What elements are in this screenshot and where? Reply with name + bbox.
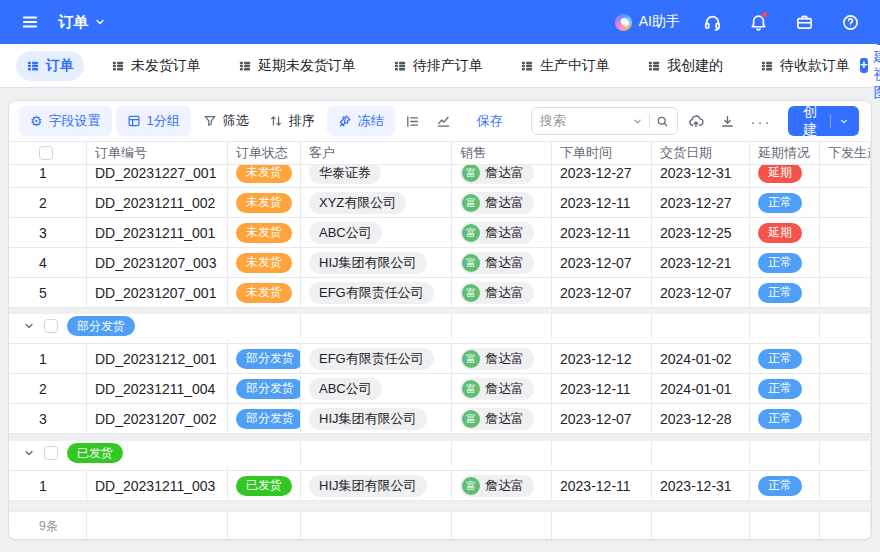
group-header-cell[interactable]: 已发货 (9, 441, 228, 466)
row-number-cell[interactable]: 2 (9, 374, 87, 403)
order-date-cell[interactable]: 2023-12-27 (552, 165, 652, 187)
view-tab-created-by-me[interactable]: 我创建的 (637, 51, 733, 81)
column-header-order-no[interactable]: 订单编号 (87, 142, 228, 164)
download-button[interactable] (714, 108, 741, 135)
chart-button[interactable] (430, 108, 457, 135)
sales-cell[interactable]: 富詹达富 (452, 471, 552, 500)
order-status-cell[interactable]: 已发货 (228, 471, 301, 500)
dispatch-production-cell[interactable] (820, 404, 871, 433)
view-tab-to-schedule[interactable]: 待排产订单 (383, 51, 493, 81)
notifications-bell-icon[interactable] (744, 8, 772, 36)
dispatch-production-cell[interactable] (820, 248, 871, 277)
delay-status-cell[interactable]: 正常 (750, 374, 820, 403)
delay-status-cell[interactable]: 延期 (750, 165, 820, 187)
row-number-cell[interactable]: 2 (9, 188, 87, 217)
dispatch-production-cell[interactable] (820, 278, 871, 307)
hamburger-menu-icon[interactable] (16, 8, 44, 36)
order-status-cell[interactable]: 未发货 (228, 188, 301, 217)
delay-status-cell[interactable]: 正常 (750, 471, 820, 500)
order-status-cell[interactable]: 未发货 (228, 248, 301, 277)
filter-button[interactable]: 筛选 (195, 106, 257, 136)
dispatch-production-cell[interactable] (820, 374, 871, 403)
view-tab-in-production[interactable]: 生产中订单 (510, 51, 620, 81)
order-no-cell[interactable]: DD_20231207_003 (87, 248, 228, 277)
column-header-dispatch-production[interactable]: 下发生产 (820, 142, 871, 164)
sales-cell[interactable]: 富詹达富 (452, 188, 552, 217)
column-header-sales[interactable]: 销售 (452, 142, 552, 164)
order-status-cell[interactable]: 未发货 (228, 218, 301, 247)
sort-button[interactable]: 排序 (261, 106, 323, 136)
dispatch-production-cell[interactable] (820, 471, 871, 500)
customer-cell[interactable]: HIJ集团有限公司 (301, 248, 452, 277)
order-no-cell[interactable]: DD_20231211_002 (87, 188, 228, 217)
sales-cell[interactable]: 富詹达富 (452, 248, 552, 277)
group-checkbox[interactable] (44, 319, 58, 333)
row-height-button[interactable] (399, 108, 426, 135)
order-date-cell[interactable]: 2023-12-11 (552, 471, 652, 500)
sales-cell[interactable]: 富詹达富 (452, 344, 552, 373)
customer-cell[interactable]: ABC公司 (301, 218, 452, 247)
delay-status-cell[interactable]: 正常 (750, 188, 820, 217)
chevron-down-icon[interactable] (23, 320, 35, 332)
search-input[interactable]: 搜索 (531, 107, 678, 135)
dispatch-production-cell[interactable] (820, 344, 871, 373)
order-date-cell[interactable]: 2023-12-11 (552, 374, 652, 403)
field-settings-button[interactable]: ⚙ 字段设置 (19, 106, 112, 136)
order-status-cell[interactable]: 未发货 (228, 278, 301, 307)
order-no-cell[interactable]: DD_20231211_004 (87, 374, 228, 403)
dispatch-production-cell[interactable] (820, 165, 871, 187)
group-checkbox[interactable] (44, 446, 58, 460)
order-date-cell[interactable]: 2023-12-07 (552, 404, 652, 433)
group-button[interactable]: 1分组 (116, 106, 191, 136)
support-headset-icon[interactable] (698, 8, 726, 36)
sales-cell[interactable]: 富詹达富 (452, 165, 552, 187)
order-date-cell[interactable]: 2023-12-11 (552, 218, 652, 247)
row-number-cell[interactable]: 3 (9, 404, 87, 433)
dispatch-production-cell[interactable] (820, 218, 871, 247)
order-status-cell[interactable]: 部分发货 (228, 374, 301, 403)
delivery-date-cell[interactable]: 2023-12-31 (652, 471, 750, 500)
row-number-cell[interactable]: 1 (9, 471, 87, 500)
sales-cell[interactable]: 富詹达富 (452, 374, 552, 403)
order-status-cell[interactable]: 未发货 (228, 165, 301, 187)
customer-cell[interactable]: EFG有限责任公司 (301, 278, 452, 307)
delivery-date-cell[interactable]: 2023-12-21 (652, 248, 750, 277)
order-no-cell[interactable]: DD_20231211_003 (87, 471, 228, 500)
delivery-date-cell[interactable]: 2024-01-01 (652, 374, 750, 403)
row-number-cell[interactable]: 5 (9, 278, 87, 307)
row-number-cell[interactable]: 1 (9, 344, 87, 373)
view-tab-unshipped[interactable]: 未发货订单 (101, 51, 211, 81)
create-view-button[interactable]: + 创建视图 (860, 30, 880, 102)
create-record-button[interactable]: 创建 (788, 106, 859, 136)
order-no-cell[interactable]: DD_20231211_001 (87, 218, 228, 247)
save-button[interactable]: 保存 (469, 106, 511, 136)
chevron-down-icon[interactable] (23, 447, 35, 459)
sales-cell[interactable]: 富詹达富 (452, 404, 552, 433)
sales-cell[interactable]: 富詹达富 (452, 278, 552, 307)
delivery-date-cell[interactable]: 2023-12-31 (652, 165, 750, 187)
customer-cell[interactable]: ABC公司 (301, 374, 452, 403)
order-date-cell[interactable]: 2023-12-12 (552, 344, 652, 373)
row-number-cell[interactable]: 1 (9, 165, 87, 187)
delay-status-cell[interactable]: 正常 (750, 344, 820, 373)
delivery-date-cell[interactable]: 2023-12-28 (652, 404, 750, 433)
sales-cell[interactable]: 富詹达富 (452, 218, 552, 247)
dispatch-production-cell[interactable] (820, 188, 871, 217)
row-number-cell[interactable]: 3 (9, 218, 87, 247)
column-header-delay-status[interactable]: 延期情况 (750, 142, 820, 164)
customer-cell[interactable]: HIJ集团有限公司 (301, 471, 452, 500)
order-date-cell[interactable]: 2023-12-07 (552, 278, 652, 307)
delay-status-cell[interactable]: 正常 (750, 404, 820, 433)
ai-assistant-button[interactable]: AI助手 (615, 13, 680, 31)
delivery-date-cell[interactable]: 2023-12-07 (652, 278, 750, 307)
customer-cell[interactable]: 华泰证券 (301, 165, 452, 187)
order-status-cell[interactable]: 部分发货 (228, 344, 301, 373)
delay-status-cell[interactable]: 正常 (750, 278, 820, 307)
row-number-cell[interactable]: 4 (9, 248, 87, 277)
upload-button[interactable] (682, 107, 710, 135)
order-date-cell[interactable]: 2023-12-11 (552, 188, 652, 217)
order-no-cell[interactable]: DD_20231207_002 (87, 404, 228, 433)
freeze-button[interactable]: 冻结 (327, 106, 395, 136)
customer-cell[interactable]: EFG有限责任公司 (301, 344, 452, 373)
select-all-checkbox[interactable] (39, 146, 53, 160)
